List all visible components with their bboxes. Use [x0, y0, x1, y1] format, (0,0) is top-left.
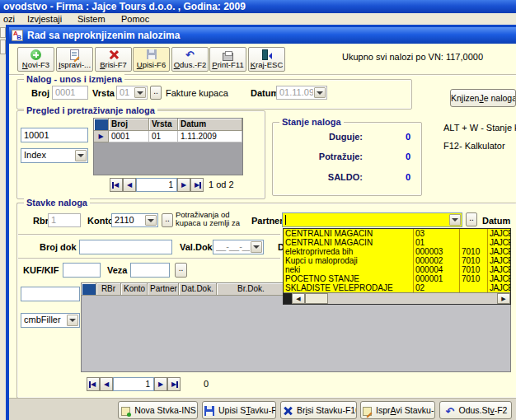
column-header-broj[interactable]: Broj — [109, 119, 149, 131]
odustani-stavku-button[interactable]: ↶Odus.Stv-F2 — [439, 401, 512, 419]
index-combo[interactable]: Index — [21, 148, 88, 163]
chevron-down-icon[interactable] — [449, 214, 461, 226]
upisi-button[interactable]: Upisi-F6 — [133, 47, 170, 72]
screen: ovodstvo - Firma : Jajce Tours d.o.o. , … — [0, 0, 516, 420]
stavke-navigator: ◀ ◀ 1 ▶ ▶ — [87, 377, 181, 391]
column-header-br-dok[interactable]: Br.Dok. — [217, 283, 286, 296]
broj-label: Broj — [31, 88, 49, 98]
menu-item-pomoc[interactable]: Pomoc — [120, 13, 151, 25]
menu-item-nalozi[interactable]: ozi — [2, 13, 16, 25]
filter-field[interactable] — [21, 287, 80, 301]
datum-combo[interactable]: 01.11.09 — [276, 86, 327, 100]
vrsta-combo[interactable]: 01 — [116, 86, 148, 100]
rbr-field[interactable]: 1 — [48, 213, 81, 227]
menu-item-sistem[interactable]: Sistem — [76, 13, 107, 25]
chevron-down-icon[interactable] — [145, 215, 157, 226]
last-page-button[interactable]: ▶ — [190, 178, 204, 192]
chevron-down-icon[interactable] — [134, 87, 146, 98]
parent-toolbar-fragment — [0, 27, 6, 38]
first-row-button[interactable]: ◀ — [87, 377, 100, 391]
edit-row-icon — [363, 407, 372, 416]
delete-icon — [108, 49, 119, 60]
prev-page-button[interactable]: ◀ — [123, 178, 136, 192]
vrsta-lookup-button[interactable]: .. — [150, 86, 162, 100]
veza-lookup-button[interactable]: .. — [175, 263, 187, 278]
scrollbar-corner — [284, 293, 292, 304]
chevron-down-icon[interactable] — [75, 150, 87, 161]
saldo-label: SALDO: — [284, 172, 363, 182]
stavka-datum-label: Datum — [482, 216, 510, 226]
column-header-konto[interactable]: Konto — [121, 283, 148, 296]
first-page-button[interactable]: ◀ — [110, 178, 123, 192]
row-number-field[interactable]: 1 — [113, 377, 154, 391]
broj-dok-label: Broj dok — [40, 242, 77, 252]
brisi-stavku-button[interactable]: Brisi Stavku-F10 — [280, 401, 357, 419]
odustani-button[interactable]: ↶ Odus.-F2 — [171, 47, 209, 72]
page-number-field[interactable]: 1 — [136, 178, 177, 192]
konto-combo[interactable]: 2110 — [111, 213, 158, 227]
knjizenje-naloga-button[interactable]: KnjizenJe naloga — [450, 89, 516, 107]
scroll-left-icon[interactable]: ◀ — [292, 293, 305, 304]
column-header-partner[interactable]: Partner — [148, 283, 179, 296]
total-summary: Ukupno svi nalozi po VN: 117,0000 — [342, 52, 483, 62]
brisi-button[interactable]: Brisi-F7 — [95, 47, 132, 72]
upisi-stavku-button[interactable]: Upisi STavku-F9 — [202, 401, 276, 419]
next-page-button[interactable]: ▶ — [177, 178, 190, 192]
broj-dok-field[interactable] — [79, 240, 172, 254]
vrsta-label: Vrsta — [92, 88, 115, 98]
main-titlebar[interactable]: ovodstvo - Firma : Jajce Tours d.o.o. , … — [0, 0, 516, 13]
ispravi-stavku-button[interactable]: IsprAvi Stavku-F8 — [360, 401, 435, 419]
menu-item-izvjestaji[interactable]: Izvjestaji — [26, 13, 63, 25]
nalozi-grid[interactable]: Broj Vrsta Datum ▶ 0001 01 1.11.2009 — [93, 118, 243, 175]
dropdown-item[interactable]: CENTRALNI MAGACIN03JAJCE — [284, 229, 510, 238]
dropdown-item[interactable]: POCETNO STANJE0000017010JAJCE — [284, 274, 510, 283]
nova-stavka-button[interactable]: Nova Stvka-INS — [118, 401, 198, 419]
column-header-datum[interactable]: Datum — [178, 119, 242, 131]
konto-description: Potraživanja odkupaca u zemlji za — [176, 211, 240, 227]
kuf-kif-field[interactable] — [63, 263, 101, 278]
scrollbar-track[interactable] — [328, 293, 497, 304]
novi-button[interactable]: Novi-F3 — [17, 47, 54, 72]
chevron-down-icon[interactable] — [67, 315, 78, 326]
column-header-rbr[interactable]: RBr — [96, 283, 121, 296]
dropdown-item[interactable]: Kupci u maloprodaji0000027010JAJCE — [284, 256, 510, 265]
val-dok-combo[interactable]: __-__-__ — [213, 240, 264, 254]
grid-corner-cell — [82, 283, 96, 296]
kraj-button[interactable]: Kraj-ESC — [248, 47, 285, 72]
chevron-down-icon[interactable] — [314, 87, 326, 98]
partner-dropdown-list[interactable]: CENTRALNI MAGACIN03JAJCE CENTRALNI MAGAC… — [283, 228, 511, 305]
search-input[interactable] — [21, 128, 88, 142]
partner-combo[interactable] — [282, 212, 462, 227]
dropdown-item[interactable]: CENTRALNI MAGACIN01JAJCE — [284, 238, 510, 247]
dropdown-item[interactable]: neki0000047010JAJCE — [284, 265, 510, 274]
partner-label: Partner — [251, 216, 284, 226]
ispravi-button[interactable]: Ispravi-... — [56, 47, 93, 72]
dropdown-scrollbar[interactable]: ◀ ▶ — [284, 292, 510, 304]
broj-field[interactable]: 0001 — [52, 86, 88, 100]
scrollbar-thumb[interactable] — [305, 293, 328, 304]
child-window-title: Rad sa neproknjizenim nalozima — [27, 27, 180, 44]
veza-field[interactable] — [130, 263, 170, 278]
stavke-group-title: Stavke naloga — [24, 198, 90, 208]
next-row-button[interactable]: ▶ — [154, 377, 167, 391]
table-row[interactable]: ▶ 0001 01 1.11.2009 — [94, 131, 242, 142]
konto-lookup-button[interactable]: .. — [162, 213, 173, 227]
prev-row-button[interactable]: ◀ — [100, 377, 113, 391]
chevron-down-icon[interactable] — [251, 241, 262, 253]
edit-icon — [70, 49, 79, 60]
exit-icon — [262, 49, 272, 60]
last-row-button[interactable]: ▶ — [167, 377, 181, 391]
new-icon — [30, 49, 41, 60]
filler-combo[interactable]: cmbFiller — [21, 313, 80, 328]
konto-label: Konto — [87, 216, 114, 226]
partner-lookup-button[interactable]: .. — [466, 212, 477, 226]
undo-row-icon: ↶ — [446, 406, 455, 417]
veza-label: Veza — [107, 265, 127, 275]
dropdown-item[interactable]: elektroprivreda bih0000037010JAJCE — [284, 247, 510, 256]
scroll-right-icon[interactable]: ▶ — [497, 293, 510, 304]
child-titlebar[interactable]: AB Rad sa neproknjizenim nalozima — [9, 27, 516, 44]
column-header-dat-dok[interactable]: Dat.Dok. — [179, 283, 217, 296]
print-button[interactable]: Print-F11 — [209, 47, 246, 72]
dropdown-item[interactable]: SKLADISTE VELEPRODAJE02JAJCE — [284, 283, 510, 292]
column-header-vrsta[interactable]: Vrsta — [149, 119, 178, 131]
